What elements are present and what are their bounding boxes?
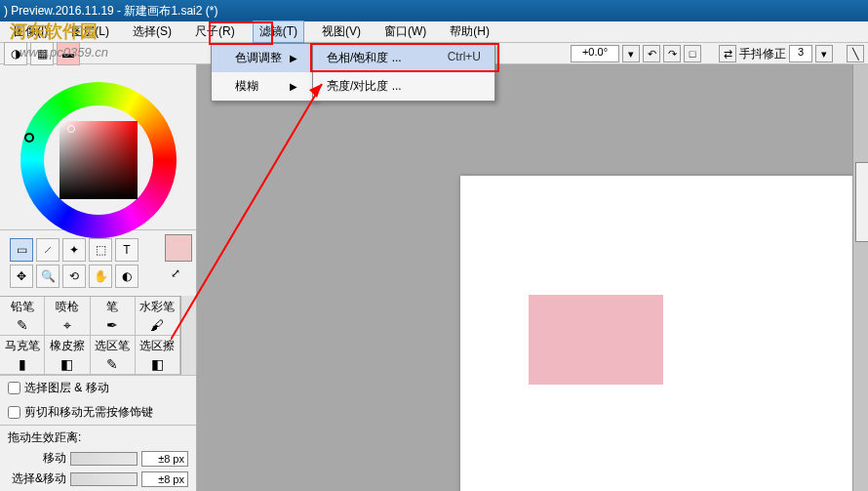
vertical-scrollbar[interactable]: [852, 64, 868, 491]
move-tool[interactable]: ✥: [10, 265, 33, 288]
selmove-value[interactable]: ±8 px: [141, 471, 188, 487]
chevron-right-icon: ▶: [290, 53, 297, 63]
color-square[interactable]: [59, 121, 138, 199]
submenu-color-adjust[interactable]: 色调调整 ▶: [212, 44, 315, 72]
stabilizer-dropdown-icon[interactable]: ▾: [815, 45, 833, 62]
menu-bar: 图像(I) 图层(L) 选择(S) 尺子(R) 滤镜(T) 视图(V) 窗口(W…: [0, 21, 868, 43]
right-toolbar: +0.0° ▾ ↶ ↷ □ ⇄ 手抖修正 3 ▾ ╲: [571, 45, 864, 62]
menu-select[interactable]: 选择(S): [127, 21, 178, 42]
opt1-label: 选择图层 & 移动: [24, 380, 109, 396]
canvas-area[interactable]: [197, 64, 868, 491]
menu-window[interactable]: 窗口(W): [378, 21, 432, 42]
move-slider-label: 移动: [8, 450, 66, 467]
reset-rotation-icon[interactable]: □: [684, 45, 701, 62]
color-adjust-submenu: 色相/饱和度 ... Ctrl+U 亮度/对比度 ...: [312, 43, 495, 102]
eraser-icon: ◧: [60, 356, 73, 372]
move-selection-tool[interactable]: ⬚: [89, 238, 112, 262]
hue-sat-label: 色相/饱和度 ...: [327, 50, 402, 66]
pencil-icon: ✎: [17, 317, 28, 333]
lasso-tool[interactable]: ⟋: [36, 238, 59, 262]
chevron-right-icon: ▶: [290, 81, 297, 92]
hue-sat-shortcut: Ctrl+U: [448, 50, 481, 66]
stabilizer-label: 手抖修正: [739, 46, 786, 62]
select-layer-move-checkbox[interactable]: [8, 382, 20, 394]
rotate-ccw-icon[interactable]: ↶: [643, 45, 660, 62]
menu-layer[interactable]: 图层(L): [65, 21, 115, 42]
canvas-shape-rect[interactable]: [529, 295, 663, 385]
submenu-brightness-contrast[interactable]: 亮度/对比度 ...: [313, 72, 494, 101]
window-title: ) Preview.2016.11.19 - 新建画布1.sai2 (*): [4, 3, 217, 20]
swap-colors-icon[interactable]: ⤢: [171, 264, 186, 283]
line-tool-icon[interactable]: ╲: [847, 45, 864, 62]
brush-scrollbar[interactable]: [180, 296, 196, 375]
watercolor-icon: 🖌: [150, 317, 164, 333]
menu-ruler[interactable]: 尺子(R): [189, 21, 241, 42]
color-wheel[interactable]: [11, 72, 186, 222]
menu-view[interactable]: 视图(V): [316, 21, 367, 42]
brush-pen[interactable]: 笔✒: [91, 297, 136, 336]
selmove-slider[interactable]: [70, 472, 138, 486]
flip-icon[interactable]: ⇄: [719, 45, 736, 62]
foreground-color-swatch[interactable]: [165, 234, 192, 262]
brush-airbrush[interactable]: 喷枪⌖: [45, 297, 90, 336]
rotate-tool[interactable]: ⟲: [62, 265, 86, 288]
hand-tool[interactable]: ✋: [89, 265, 112, 288]
bright-con-label: 亮度/对比度 ...: [327, 78, 402, 95]
brush-eraser[interactable]: 橡皮擦◧: [45, 336, 90, 375]
menu-help[interactable]: 帮助(H): [444, 21, 495, 42]
submenu-hue-saturation[interactable]: 色相/饱和度 ... Ctrl+U: [313, 44, 494, 72]
submenu-color-adjust-label: 色调调整: [235, 50, 282, 66]
stabilizer-input[interactable]: 3: [789, 45, 812, 62]
menu-image[interactable]: 图像(I): [8, 21, 54, 42]
title-bar: ) Preview.2016.11.19 - 新建画布1.sai2 (*): [0, 0, 868, 21]
submenu-blur-label: 模糊: [235, 78, 258, 95]
tb-icon-2[interactable]: ▦: [30, 42, 54, 65]
rotate-cw-icon[interactable]: ↷: [663, 45, 681, 62]
filter-submenu: 色调调整 ▶ 模糊 ▶: [211, 43, 316, 102]
text-tool[interactable]: T: [115, 238, 138, 262]
airbrush-icon: ⌖: [63, 317, 71, 334]
brush-seleraser[interactable]: 选区擦◧: [136, 336, 180, 375]
canvas[interactable]: [460, 176, 868, 491]
selmove-slider-label: 选择&移动: [8, 471, 66, 487]
submenu-blur[interactable]: 模糊 ▶: [212, 72, 315, 101]
tb-icon-1[interactable]: ◑: [4, 42, 27, 65]
hue-marker[interactable]: [24, 133, 34, 143]
opt2-label: 剪切和移动无需按修饰键: [24, 404, 153, 421]
menu-filter[interactable]: 滤镜(T): [253, 20, 304, 43]
seleraser-icon: ◧: [151, 356, 164, 372]
brush-pencil[interactable]: 铅笔✎: [0, 297, 45, 336]
effect-distance-label: 拖动生效距离:: [8, 430, 188, 446]
brush-marker[interactable]: 马克笔▮: [0, 336, 45, 375]
sv-marker[interactable]: [67, 125, 75, 133]
angle-input[interactable]: +0.0°: [571, 45, 619, 62]
eyedropper-tool[interactable]: ◐: [115, 265, 138, 288]
sidebar: ▭ ⟋ ✦ ⬚ T ✥ 🔍 ⟲ ✋ ◐ ⤢ 铅笔✎ 喷枪⌖ 笔✒ 水彩笔🖌: [0, 64, 197, 491]
selpen-icon: ✎: [106, 356, 118, 372]
brush-watercolor[interactable]: 水彩笔🖌: [136, 297, 180, 336]
rect-select-tool[interactable]: ▭: [10, 238, 33, 262]
cut-move-no-modifier-checkbox[interactable]: [8, 406, 20, 419]
brush-selpen[interactable]: 选区笔✎: [91, 336, 136, 375]
tb-icon-3[interactable]: ▬: [57, 42, 80, 65]
angle-dropdown-icon[interactable]: ▾: [622, 45, 640, 62]
marker-icon: ▮: [19, 356, 26, 372]
zoom-tool[interactable]: 🔍: [36, 265, 59, 288]
move-slider[interactable]: [70, 452, 138, 466]
move-value[interactable]: ±8 px: [141, 451, 188, 467]
pen-icon: ✒: [106, 317, 118, 333]
wand-tool[interactable]: ✦: [62, 238, 86, 262]
